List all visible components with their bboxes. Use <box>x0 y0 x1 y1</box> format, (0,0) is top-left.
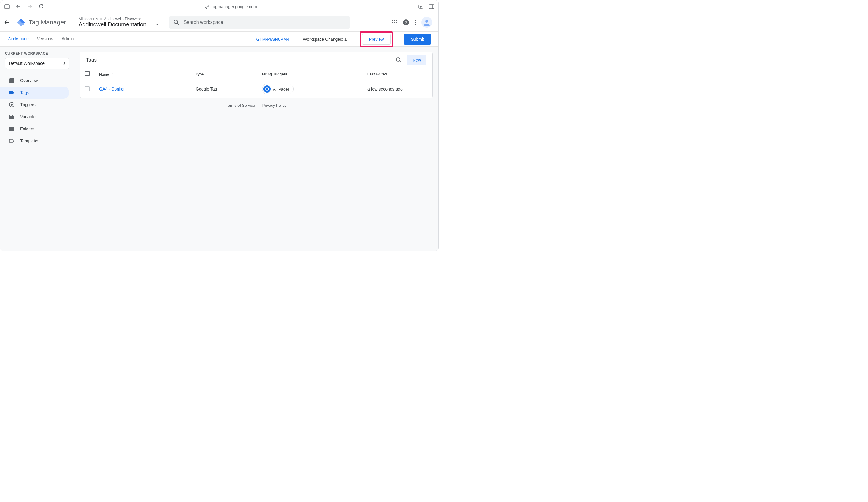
container-id[interactable]: GTM-P8SR6PM4 <box>256 37 289 42</box>
sort-asc-icon: ↑ <box>111 72 113 77</box>
folder-icon <box>9 127 15 131</box>
sidebar-item-label: Triggers <box>20 102 35 107</box>
gtm-logo-icon <box>17 18 25 27</box>
link-icon <box>205 4 209 9</box>
search-input[interactable] <box>184 20 346 25</box>
nav-tabs: Workspace Versions Admin GTM-P8SR6PM4 Wo… <box>0 32 438 47</box>
browser-url[interactable]: tagmanager.google.com <box>211 4 257 9</box>
svg-rect-13 <box>396 22 397 23</box>
eye-icon <box>264 86 271 93</box>
variables-icon <box>9 115 15 119</box>
browser-toolbar: tagmanager.google.com <box>0 0 438 13</box>
tab-workspace[interactable]: Workspace <box>8 32 29 47</box>
column-name[interactable]: Name ↑ <box>94 68 191 80</box>
sidebar-item-templates[interactable]: Templates <box>0 135 69 147</box>
trigger-chip[interactable]: All Pages <box>262 84 293 94</box>
svg-rect-11 <box>392 22 393 23</box>
table-row[interactable]: GA4 - Config Google Tag All Pages <box>80 80 433 98</box>
svg-point-22 <box>11 104 13 106</box>
svg-rect-10 <box>396 20 397 21</box>
svg-rect-20 <box>9 79 14 83</box>
column-edited[interactable]: Last Edited <box>363 68 433 80</box>
sidebar-toggle-icon[interactable] <box>3 3 11 10</box>
tag-type: Google Tag <box>191 80 257 98</box>
svg-rect-24 <box>9 115 10 116</box>
select-all-checkbox[interactable] <box>85 71 90 76</box>
svg-point-28 <box>396 58 400 61</box>
workspace-name: Default Workspace <box>9 61 45 66</box>
container-title[interactable]: Addingwell Documentation ... <box>79 21 153 28</box>
sidebar-item-variables[interactable]: Variables <box>0 111 69 123</box>
footer: Terms of Service · Privacy Policy <box>80 98 433 113</box>
overview-icon <box>9 79 15 83</box>
sidebar: CURRENT WORKSPACE Default Workspace Over… <box>0 47 74 251</box>
svg-point-6 <box>174 20 177 23</box>
sidebar-item-overview[interactable]: Overview <box>0 74 69 87</box>
tab-versions[interactable]: Versions <box>37 32 53 47</box>
tag-name-link[interactable]: GA4 - Config <box>99 87 124 91</box>
column-label: Name <box>99 72 109 77</box>
sidebar-item-label: Variables <box>20 114 37 119</box>
preview-button[interactable]: Preview <box>362 34 391 45</box>
help-icon[interactable]: ? <box>403 19 409 26</box>
breadcrumb-root[interactable]: All accounts <box>79 17 98 21</box>
tos-link[interactable]: Terms of Service <box>226 103 255 108</box>
last-edited: a few seconds ago <box>363 80 433 98</box>
svg-line-7 <box>177 23 179 25</box>
tag-icon <box>9 90 15 95</box>
sidebar-item-folders[interactable]: Folders <box>0 123 69 135</box>
submit-button[interactable]: Submit <box>404 34 431 45</box>
svg-rect-27 <box>13 115 14 116</box>
more-icon[interactable] <box>415 20 416 25</box>
sidebar-item-label: Tags <box>20 90 29 95</box>
template-icon <box>9 139 15 143</box>
forward-icon <box>26 3 33 10</box>
svg-text:?: ? <box>405 20 407 25</box>
product-name: Tag Manager <box>29 19 66 26</box>
workspace-section-label: CURRENT WORKSPACE <box>0 52 74 58</box>
svg-point-30 <box>267 89 268 90</box>
back-icon[interactable] <box>15 3 22 10</box>
svg-rect-3 <box>429 4 434 9</box>
sidebar-item-tags[interactable]: Tags <box>0 87 69 99</box>
svg-point-18 <box>415 24 416 25</box>
app-back-button[interactable] <box>0 13 12 31</box>
search-input-wrap[interactable] <box>169 16 350 29</box>
chevron-right-icon <box>63 61 65 65</box>
trigger-icon <box>9 102 15 108</box>
breadcrumb[interactable]: All accounts Addingwell - Discovery <box>79 17 159 21</box>
reload-icon[interactable] <box>38 3 45 10</box>
sidebar-item-label: Overview <box>20 78 38 83</box>
workspace-selector[interactable]: Default Workspace <box>5 58 69 69</box>
preview-highlight: Preview <box>360 31 393 47</box>
column-type[interactable]: Type <box>191 68 257 80</box>
tags-panel: Tags New Name ↑ <box>80 52 433 98</box>
breadcrumb-account[interactable]: Addingwell - Discovery <box>104 17 141 21</box>
chevron-right-icon <box>100 18 102 20</box>
panel-search-button[interactable] <box>393 54 405 66</box>
workspace-changes: Workspace Changes: 1 <box>303 37 347 42</box>
column-triggers[interactable]: Firing Triggers <box>257 68 363 80</box>
svg-rect-12 <box>394 22 395 23</box>
apps-icon[interactable] <box>392 20 397 25</box>
new-button[interactable]: New <box>407 54 426 66</box>
caret-down-icon[interactable] <box>156 23 159 26</box>
sidebar-item-label: Templates <box>20 139 40 143</box>
trigger-label: All Pages <box>273 87 290 91</box>
svg-rect-9 <box>394 20 395 21</box>
svg-line-29 <box>400 61 401 62</box>
tab-admin[interactable]: Admin <box>61 32 74 47</box>
svg-rect-25 <box>11 115 11 116</box>
share-icon[interactable] <box>417 3 424 10</box>
sidebar-item-triggers[interactable]: Triggers <box>0 99 69 111</box>
tab-overview-icon[interactable] <box>428 3 435 10</box>
row-checkbox[interactable] <box>85 86 90 91</box>
svg-point-16 <box>415 20 416 21</box>
sidebar-item-label: Folders <box>20 127 34 131</box>
svg-rect-0 <box>4 4 9 9</box>
avatar[interactable] <box>421 17 432 28</box>
svg-rect-23 <box>9 116 14 119</box>
privacy-link[interactable]: Privacy Policy <box>262 103 287 108</box>
svg-point-5 <box>22 23 24 26</box>
svg-point-19 <box>425 20 428 23</box>
